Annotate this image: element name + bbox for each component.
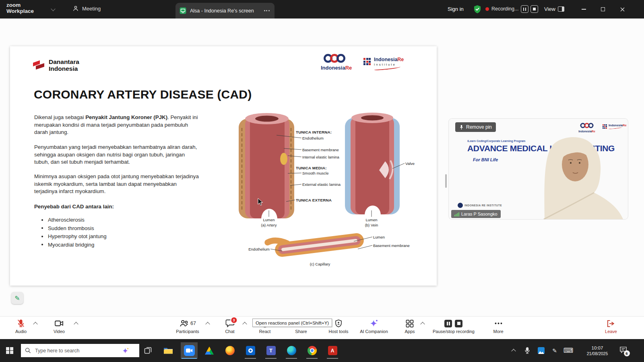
label-lumen-artery: Lumen (256, 218, 282, 222)
task-view-button[interactable] (139, 342, 156, 359)
maximize-button[interactable] (599, 5, 607, 13)
tray-expand-chevron-icon[interactable] (511, 349, 516, 353)
sign-in-button[interactable]: Sign in (448, 6, 464, 12)
edge-button[interactable] (283, 342, 300, 359)
video-options-chevron-icon[interactable] (74, 322, 78, 326)
search-input[interactable] (34, 348, 120, 354)
action-center-button[interactable]: 6 (616, 342, 630, 359)
list-item: Sudden thrombosis (41, 225, 107, 231)
pause-recording-toolbar-button[interactable] (444, 320, 452, 327)
ai-companion-button[interactable]: AI Companion (360, 319, 388, 334)
participants-icon (179, 319, 189, 327)
apps-options-chevron-icon[interactable] (420, 322, 425, 326)
panel-resize-handle[interactable] (445, 174, 447, 188)
google-drive-button[interactable] (201, 342, 218, 359)
institute-logo-name: Indonesia (374, 57, 397, 62)
remove-pin-label: Remove pin (466, 124, 492, 130)
indonesiare-logo-name: Indonesia (321, 65, 345, 71)
zoom-taskbar-button[interactable] (181, 342, 198, 359)
more-button[interactable]: More (493, 319, 503, 334)
pause-recording-button[interactable] (521, 5, 528, 13)
start-button[interactable] (1, 342, 18, 359)
indonesiare-logo: IndonesiaRe (321, 53, 348, 71)
acrobat-button[interactable]: A (324, 342, 341, 359)
tray-windows-ink[interactable]: ✎ (549, 342, 561, 359)
tab-shared-screen[interactable]: Alsa - Indonesia Re's screen (175, 3, 275, 19)
remove-pin-button[interactable]: Remove pin (455, 122, 496, 132)
file-explorer-button[interactable] (160, 342, 177, 359)
participants-button[interactable]: 67 Participants (176, 319, 199, 334)
tab-more-options-icon[interactable] (263, 7, 270, 14)
chat-label: Chat (225, 329, 234, 334)
institute-dots-icon (363, 58, 371, 65)
notification-count-badge: 6 (624, 350, 630, 356)
chrome-button[interactable] (303, 342, 320, 359)
brand-left-line1: Danantara (49, 58, 79, 65)
video-button[interactable]: Video (54, 319, 65, 334)
copilot-sparkle-icon (122, 347, 129, 354)
stop-recording-toolbar-button[interactable] (455, 320, 462, 327)
caption-capillary: (c) Capillary (302, 262, 338, 266)
view-layout-icon[interactable] (558, 6, 564, 12)
tray-keyboard-icon: ⌨ (564, 346, 574, 355)
tray-microphone[interactable] (521, 342, 533, 359)
clock-time: 10:07 (580, 345, 615, 351)
more-label: More (493, 329, 503, 334)
edge-icon (287, 346, 296, 355)
meeting-toolbar: Audio Video 67 Participants 3 Chat R (0, 316, 644, 339)
slide-paragraph-2: Penyumbatan yang terjadi menyebabkan ter… (34, 144, 199, 166)
participants-count: 67 (190, 321, 196, 326)
apps-button[interactable]: Apps (405, 319, 415, 334)
label-tunica-externa: TUNICA EXTERNA (296, 198, 332, 202)
institute-logo-suffix: Re (397, 57, 404, 62)
label-internal-elastic-lamina: Internal elastic lamina (302, 155, 339, 159)
tray-microphone-icon (524, 347, 530, 354)
teams-button[interactable]: T (262, 342, 279, 359)
chat-options-chevron-icon[interactable] (242, 322, 247, 326)
view-button[interactable]: View (544, 6, 555, 12)
audio-options-chevron-icon[interactable] (33, 322, 37, 326)
participants-options-chevron-icon[interactable] (205, 322, 210, 326)
outlook-button[interactable] (242, 342, 259, 359)
label-endothelium-capillary: Endothelium (233, 247, 270, 251)
connection-bars-icon (454, 212, 459, 216)
annotate-button[interactable]: ✎ (11, 292, 23, 304)
vessel-anatomy-diagram: TUNICA INTERNA: Endothelium Basement mem… (227, 110, 431, 281)
participants-label: Participants (176, 329, 199, 334)
label-endothelium: Endothelium (302, 136, 324, 140)
audio-button[interactable]: Audio (15, 319, 27, 334)
minimize-button[interactable] (580, 5, 588, 13)
indonesiare-rings-icon (323, 53, 346, 63)
leave-button[interactable]: Leave (605, 319, 617, 334)
institute-swoosh (374, 66, 400, 71)
recording-status-label: Recording... (491, 6, 518, 12)
search-icon (25, 348, 31, 354)
brand-left-line2: Indonesia (49, 65, 79, 72)
security-shield-icon[interactable] (473, 5, 481, 14)
presentation-slide: Danantara Indonesia IndonesiaRe (10, 46, 437, 286)
pencil-icon: ✎ (14, 294, 20, 302)
share-label: Share (295, 329, 307, 334)
list-item: Myocardial bridging (41, 242, 107, 248)
taskbar-clock[interactable]: 10:07 21/08/2025 (580, 345, 615, 357)
firefox-button[interactable] (221, 342, 238, 359)
pause-stop-recording-control: Pause/stop recording (433, 319, 475, 334)
label-lumen-capillary: Lumen (373, 235, 385, 239)
tab-meeting[interactable]: Meeting (72, 5, 101, 12)
slide-causes-heading: Penyebab dari CAD antara lain: (34, 203, 199, 211)
camera-icon (54, 319, 64, 328)
tray-touch-keyboard[interactable]: ⌨ (561, 342, 575, 359)
stop-recording-button[interactable] (530, 5, 538, 13)
google-drive-icon (205, 347, 214, 355)
close-button[interactable] (618, 5, 626, 13)
taskbar-search[interactable] (21, 344, 139, 357)
clock-date: 21/08/2025 (580, 351, 615, 357)
leave-label: Leave (605, 329, 617, 334)
chat-button[interactable]: 3 Chat (225, 319, 234, 334)
vessel-diagram-illustration (227, 110, 431, 281)
titlebar: zoom Workplace Meeting Alsa - Indonesia … (0, 0, 644, 19)
workspace-chevron-down-icon[interactable] (51, 6, 55, 11)
tray-photos[interactable] (535, 342, 547, 359)
audio-label: Audio (15, 329, 27, 334)
pause-icon (523, 8, 524, 11)
